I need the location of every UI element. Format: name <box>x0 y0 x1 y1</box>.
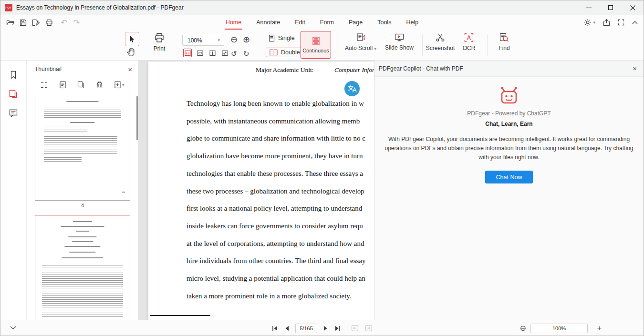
actual-size-button[interactable] <box>196 49 204 57</box>
pdfgear-window: PDF Essays on Technology in Presence of … <box>0 0 644 336</box>
screenshot-button[interactable]: Screenshot <box>426 33 455 51</box>
chat-now-button[interactable]: Chat Now <box>485 171 533 183</box>
open-file-button[interactable] <box>6 19 14 26</box>
find-icon <box>499 33 509 42</box>
hand-tool-button[interactable] <box>127 48 135 57</box>
extract-page-icon[interactable] <box>59 81 66 89</box>
auto-scroll-button[interactable]: Auto Scroll ▾ <box>340 33 381 51</box>
scissors-icon <box>436 33 445 42</box>
find-button[interactable]: Find <box>495 33 514 51</box>
zoom-level-input[interactable] <box>530 324 588 333</box>
redo-icon[interactable]: ↷ <box>73 18 80 28</box>
print-button[interactable]: Print <box>149 33 170 52</box>
rotate-left-button[interactable]: ↺ <box>231 50 237 58</box>
copy-page-icon[interactable] <box>77 81 85 89</box>
menubar: ↶ ↷ Home Annotate Edit Form Page Tools H… <box>0 15 644 30</box>
select-tool-button[interactable] <box>125 32 139 46</box>
hand-icon <box>127 48 135 57</box>
maximize-button[interactable] <box>600 0 622 15</box>
bookmarks-panel-button[interactable] <box>10 71 17 79</box>
document-line: at the level of corporations, attempting… <box>187 235 375 253</box>
minimize-button[interactable] <box>578 0 600 15</box>
theme-button[interactable]: ▾ <box>584 19 595 26</box>
slide-show-button[interactable]: Slide Show <box>380 33 418 51</box>
quick-print-button[interactable] <box>45 19 53 26</box>
chevron-down-icon: ▾ <box>218 38 220 42</box>
last-page-button[interactable] <box>334 326 341 331</box>
zoom-value: 100% <box>187 37 202 44</box>
thumbnail-panel: Thumbnail × ▾ <box>27 61 139 320</box>
previous-view-button[interactable] <box>351 325 359 332</box>
double-view-button[interactable]: Double <box>266 48 304 57</box>
tab-tools[interactable]: Tools <box>376 15 392 30</box>
rotate-right-button[interactable]: ↻ <box>243 50 249 58</box>
document-line: taken a more prominent role in a more gl… <box>187 287 375 305</box>
insert-page-icon <box>114 81 121 89</box>
share-button[interactable] <box>603 19 610 26</box>
tab-edit[interactable]: Edit <box>294 15 306 30</box>
document-line: globalization have become more prominent… <box>187 147 375 165</box>
pdf-page: Major Academic Unit: Computer Infor Tech… <box>148 61 375 320</box>
tab-page[interactable]: Page <box>348 15 364 30</box>
single-page-icon <box>269 34 275 42</box>
chevron-down-icon: ▾ <box>122 83 125 87</box>
fit-visible-button[interactable] <box>220 49 229 57</box>
document-area: Major Academic Unit: Computer Infor Tech… <box>139 61 375 320</box>
first-page-button[interactable] <box>271 326 278 331</box>
tab-annotate[interactable]: Annotate <box>255 15 281 30</box>
zoom-out-footer-button[interactable]: ⊖ <box>520 324 526 333</box>
undo-icon[interactable]: ↶ <box>61 18 67 28</box>
comments-panel-button[interactable] <box>9 109 18 117</box>
statusbar: ⊖ + <box>0 320 644 336</box>
thumbnails-panel-button[interactable] <box>9 90 18 98</box>
ocr-button[interactable]: OCR <box>459 33 478 51</box>
ribbon-tabs: Home Annotate Edit Form Page Tools Help <box>225 15 419 30</box>
continuous-view-button[interactable]: Continuous <box>301 31 331 59</box>
tab-home[interactable]: Home <box>225 15 242 30</box>
document-line: micro level, studying a potential applic… <box>187 270 375 287</box>
document-line: inside leakers can force governments to … <box>187 217 375 235</box>
fit-page-button[interactable] <box>208 49 217 57</box>
thumbnail-page-4[interactable] <box>35 96 130 201</box>
document-line: first looks at a national policy level, … <box>187 200 375 217</box>
thumbnail-scrollbar[interactable] <box>136 96 138 140</box>
close-thumbnail-panel-button[interactable]: × <box>128 65 132 73</box>
collapse-toolbar-button[interactable] <box>632 21 638 24</box>
thumbnail-page-5-selected[interactable] <box>35 215 130 320</box>
close-copilot-panel-button[interactable]: × <box>633 64 637 72</box>
thumbnail-page-number: 4 <box>35 203 130 208</box>
continuous-pages-icon <box>312 37 320 45</box>
page-number-input[interactable] <box>295 324 317 333</box>
zoom-out-button[interactable]: ⊖ <box>230 35 238 44</box>
chevron-down-icon: ▾ <box>593 20 595 25</box>
toolbar: Print 100% ▾ ⊖ ⊕ ↺ ↻ <box>0 30 644 61</box>
insert-page-button[interactable]: ▾ <box>114 81 125 89</box>
page-list-icon[interactable] <box>40 81 48 89</box>
delete-page-icon[interactable] <box>96 81 103 89</box>
copilot-panel-title: PDFgear Copilot - Chat with PDF <box>379 65 463 72</box>
zoom-in-footer-button[interactable]: + <box>597 324 602 333</box>
copilot-tagline: Chat, Learn, Earn <box>374 121 644 127</box>
collapse-sidebar-button[interactable] <box>10 326 16 330</box>
zoom-select[interactable]: 100% ▾ <box>182 35 224 46</box>
save-button[interactable] <box>20 19 27 26</box>
fullscreen-button[interactable] <box>618 19 624 26</box>
double-page-icon <box>270 49 278 56</box>
auto-scroll-icon <box>356 33 366 42</box>
copilot-powered-by: PDFgear - Powered by ChatGPT <box>374 110 644 117</box>
previous-page-button[interactable] <box>284 326 289 331</box>
close-window-button[interactable] <box>622 0 644 15</box>
next-view-button[interactable] <box>365 325 373 332</box>
single-view-button[interactable]: Single <box>269 34 295 42</box>
tab-form[interactable]: Form <box>319 15 335 30</box>
document-paragraph: Technology has long been known to enable… <box>187 95 375 305</box>
sun-icon <box>584 19 592 26</box>
ocr-icon <box>464 33 474 42</box>
tab-help[interactable]: Help <box>405 15 419 30</box>
zoom-in-button[interactable]: ⊕ <box>243 35 250 44</box>
save-as-button[interactable] <box>32 19 40 26</box>
translate-icon[interactable] <box>344 81 360 97</box>
next-page-button[interactable] <box>323 326 328 331</box>
slide-show-icon <box>395 33 404 42</box>
fit-width-button[interactable] <box>183 49 192 57</box>
